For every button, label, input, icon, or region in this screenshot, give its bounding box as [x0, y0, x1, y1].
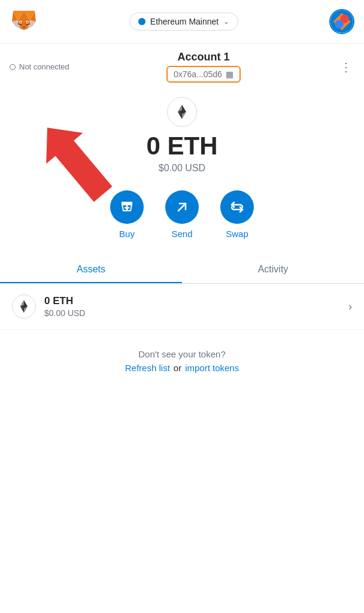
app-header: Ethereum Mainnet ⌄ — [0, 0, 364, 44]
asset-eth-name: 0 ETH — [44, 295, 348, 307]
not-connected-dot — [10, 64, 16, 70]
action-buttons: Buy Send Swap — [110, 190, 254, 239]
connection-status: Not connected — [10, 62, 69, 71]
address-box[interactable]: 0x76a...05d6 ▦ — [166, 66, 241, 83]
network-status-dot — [138, 18, 145, 25]
send-button-circle — [165, 190, 199, 224]
account-bar: Not connected Account 1 0x76a...05d6 ▦ ⋮ — [0, 44, 364, 87]
main-tabs: Assets Activity — [0, 256, 364, 284]
not-connected-label: Not connected — [19, 62, 69, 71]
asset-item-eth[interactable]: 0 ETH $0.00 USD › — [0, 284, 364, 330]
buy-button[interactable]: Buy — [110, 190, 144, 239]
copy-icon[interactable]: ▦ — [226, 69, 233, 79]
main-content: 0 ETH $0.00 USD Buy Send — [0, 87, 364, 385]
tab-assets[interactable]: Assets — [0, 256, 182, 283]
buy-label: Buy — [119, 229, 135, 239]
send-label: Send — [171, 229, 192, 239]
balance-usd: $0.00 USD — [159, 163, 205, 174]
import-tokens-link[interactable]: import tokens — [185, 363, 239, 373]
network-selector[interactable]: Ethereum Mainnet ⌄ — [129, 13, 238, 31]
account-avatar[interactable] — [329, 9, 354, 34]
footer-or: or — [174, 363, 181, 373]
svg-marker-20 — [29, 113, 83, 164]
footer-prompt-text: Don't see your token? — [138, 349, 225, 359]
svg-point-13 — [20, 22, 22, 24]
eth-icon — [167, 97, 197, 127]
send-button[interactable]: Send — [165, 190, 199, 239]
network-name: Ethereum Mainnet — [150, 17, 219, 26]
svg-point-14 — [26, 22, 28, 24]
svg-rect-19 — [48, 132, 113, 202]
footer-prompt: Don't see your token? Refresh list or im… — [113, 330, 251, 385]
footer-links: Refresh list or import tokens — [125, 363, 239, 373]
metamask-logo — [10, 7, 38, 36]
asset-eth-usd: $0.00 USD — [44, 308, 348, 318]
balance-eth: 0 ETH — [146, 132, 217, 160]
asset-info-eth: 0 ETH $0.00 USD — [44, 295, 348, 318]
tab-activity[interactable]: Activity — [182, 256, 364, 283]
account-address: 0x76a...05d6 — [174, 69, 222, 79]
buy-button-circle — [110, 190, 144, 224]
svg-line-27 — [178, 204, 186, 211]
swap-label: Swap — [226, 229, 248, 239]
svg-point-18 — [335, 20, 343, 28]
refresh-list-link[interactable]: Refresh list — [125, 363, 170, 373]
account-name: Account 1 — [177, 51, 229, 63]
options-menu-button[interactable]: ⋮ — [338, 57, 354, 77]
swap-button[interactable]: Swap — [220, 190, 254, 239]
chevron-down-icon: ⌄ — [223, 17, 229, 26]
asset-list: 0 ETH $0.00 USD › — [0, 284, 364, 330]
account-center: Account 1 0x76a...05d6 ▦ — [166, 51, 241, 83]
eth-asset-icon — [12, 295, 36, 318]
asset-chevron-icon: › — [348, 301, 352, 313]
swap-button-circle — [220, 190, 254, 224]
